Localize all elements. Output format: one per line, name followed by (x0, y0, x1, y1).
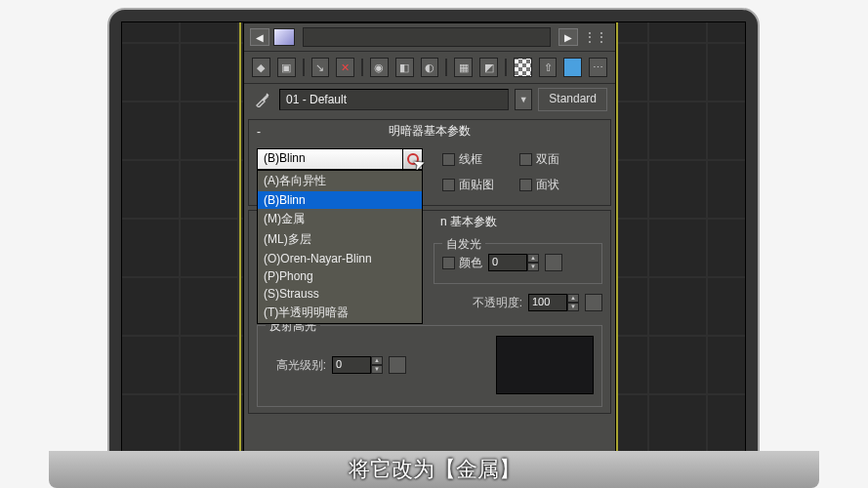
checkbox-row-2: 面贴图 面状 (442, 174, 602, 199)
material-toolbar: ◆ ▣ ↘ ✕ ◉ ◧ ◐ ▦ ◩ ⇧ ⋯ (244, 52, 615, 84)
shader-option-phong[interactable]: (P)Phong (258, 267, 422, 285)
self-illum-map-button[interactable] (545, 254, 562, 271)
shader-option-multilayer[interactable]: (ML)多层 (258, 229, 422, 250)
self-illum-spinner[interactable]: 0 ▲▼ (488, 254, 539, 271)
checkbox-row-1: 线框 双面 (442, 148, 602, 174)
material-editor-panel: ◀ ▶ ⋮⋮ ◆ ▣ ↘ ✕ ◉ ◧ ◐ ▦ ◩ (243, 22, 616, 452)
sample-scroll-track (303, 27, 551, 47)
viewport-right (616, 22, 745, 452)
shader-option-blinn[interactable]: (B)Blinn (258, 191, 422, 209)
shader-option-strauss[interactable]: (S)Strauss (258, 285, 422, 303)
viewport-left (122, 22, 241, 452)
material-name-field[interactable]: 01 - Default (279, 89, 509, 110)
shader-dropdown-list: (A)各向异性 (B)Blinn (M)金属 (ML)多层 (O)Oren-Na… (257, 170, 423, 324)
rollup-title: n 基本参数 (440, 215, 497, 228)
shader-type-combo[interactable]: (B)Blinn ➤ (A)各向异性 (B)Blinn (M)金属 (ML)多层… (257, 148, 423, 170)
go-parent-icon[interactable]: ⇧ (539, 58, 558, 77)
highlight-curve-preview (496, 336, 594, 394)
spec-level-map-button[interactable] (389, 356, 406, 374)
background-icon[interactable] (514, 58, 532, 77)
separator (303, 59, 305, 76)
faceted-checkbox[interactable]: 面状 (519, 177, 559, 193)
separator (505, 59, 507, 76)
shader-option-translucent[interactable]: (T)半透明明暗器 (258, 303, 422, 323)
delete-icon[interactable]: ✕ (336, 58, 354, 77)
show-end-result-icon[interactable]: ◩ (479, 58, 498, 77)
opacity-label: 不透明度: (473, 295, 522, 311)
collapse-icon: - (257, 125, 261, 139)
opacity-spinner[interactable]: 100 ▲▼ (528, 294, 579, 311)
shader-basic-params-rollup: - 明暗器基本参数 (B)Blinn ➤ (A)各向异性 (B)Blinn (248, 119, 611, 206)
show-map-icon[interactable]: ▦ (454, 58, 473, 77)
self-illum-label: 自发光 (442, 236, 485, 253)
separator (361, 59, 363, 76)
shader-option-metal[interactable]: (M)金属 (258, 209, 422, 229)
get-material-icon[interactable]: ◆ (252, 58, 270, 77)
two-sided-checkbox[interactable]: 双面 (519, 151, 559, 168)
next-sample-button[interactable]: ▶ (558, 28, 578, 46)
video-subtitle: 将它改为【金属】 (0, 455, 868, 484)
shader-type-dropdown-button[interactable]: ➤ (403, 148, 423, 170)
self-illum-color-checkbox[interactable]: 颜色 (442, 255, 482, 271)
spec-level-label: 高光级别: (266, 357, 326, 374)
put-library-icon[interactable]: ◧ (395, 58, 414, 77)
prev-sample-button[interactable]: ◀ (250, 28, 269, 46)
screen: ◀ ▶ ⋮⋮ ◆ ▣ ↘ ✕ ◉ ◧ ◐ ▦ ◩ (121, 21, 746, 453)
material-sample-bar: ◀ ▶ ⋮⋮ (244, 23, 615, 52)
material-effects-icon[interactable]: ◐ (421, 58, 439, 77)
specular-highlights-group: 反射高光 高光级别: 0 ▲▼ (257, 325, 602, 407)
shader-option-anisotropic[interactable]: (A)各向异性 (258, 171, 422, 191)
options-icon[interactable]: ⋯ (589, 58, 607, 77)
spec-level-spinner[interactable]: 0 ▲▼ (332, 356, 383, 374)
make-unique-icon[interactable]: ◉ (370, 58, 389, 77)
material-type-button[interactable]: Standard (538, 88, 607, 111)
rollup-header-basic[interactable]: - 明暗器基本参数 (249, 120, 610, 142)
rollup-title: 明暗器基本参数 (389, 124, 471, 138)
shader-option-oren-nayar[interactable]: (O)Oren-Nayar-Blinn (258, 250, 422, 267)
facemap-checkbox[interactable]: 面贴图 (442, 177, 494, 193)
apply-material-icon[interactable]: ▣ (277, 58, 296, 77)
eyedropper-icon[interactable] (252, 90, 273, 109)
separator (445, 59, 447, 76)
assign-selection-icon[interactable]: ↘ (311, 58, 330, 77)
laptop-frame: ◀ ▶ ⋮⋮ ◆ ▣ ↘ ✕ ◉ ◧ ◐ ▦ ◩ (107, 8, 760, 467)
wireframe-checkbox[interactable]: 线框 (442, 151, 482, 168)
shader-type-selected[interactable]: (B)Blinn (257, 148, 403, 170)
go-forward-icon[interactable] (563, 58, 582, 77)
self-illumination-group: 自发光 颜色 0 ▲▼ (434, 243, 602, 284)
opacity-map-button[interactable] (585, 294, 602, 311)
material-name-row: 01 - Default ▼ Standard (244, 84, 615, 115)
material-name-dropdown[interactable]: ▼ (515, 89, 532, 110)
material-sample-slot[interactable] (273, 28, 295, 46)
options-icon[interactable]: ⋮⋮ (582, 30, 609, 44)
